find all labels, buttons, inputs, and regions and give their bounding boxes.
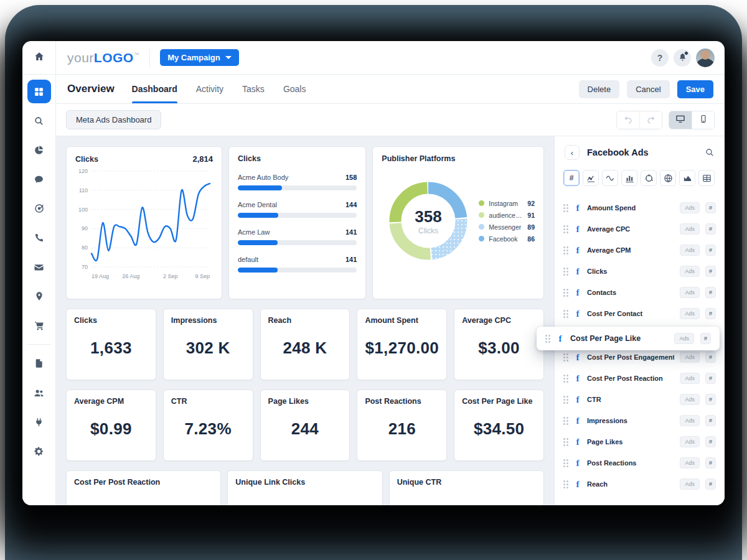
number-badge[interactable]: #: [700, 333, 711, 344]
drag-handle-icon[interactable]: [563, 480, 568, 488]
tab-tasks[interactable]: Tasks: [242, 75, 265, 103]
widget-type-number-icon[interactable]: #: [563, 170, 580, 186]
metric-row-cost-per-contact[interactable]: f Cost Per Contact Ads #: [555, 303, 725, 324]
ads-badge[interactable]: Ads: [674, 333, 694, 344]
metric-row-ctr[interactable]: f CTR Ads #: [555, 389, 725, 410]
ads-badge[interactable]: Ads: [680, 373, 700, 384]
drag-handle-icon[interactable]: [563, 353, 568, 362]
drag-handle-icon[interactable]: [563, 438, 568, 446]
tab-activity[interactable]: Activity: [196, 75, 223, 103]
number-badge[interactable]: #: [705, 287, 716, 298]
drag-handle-icon[interactable]: [545, 335, 550, 343]
number-badge[interactable]: #: [705, 394, 716, 405]
sidebar-item-chat[interactable]: [27, 167, 51, 191]
redo-button[interactable]: [639, 111, 662, 129]
sidebar-item-integrations[interactable]: [27, 410, 51, 434]
line-chart-card[interactable]: Clicks 2,814 70809010011012019 Aug26 Aug…: [66, 146, 222, 299]
sidebar-item-contacts[interactable]: [27, 381, 51, 404]
dashboard-name-chip[interactable]: Meta Ads Dashboard: [66, 110, 161, 129]
drag-handle-icon[interactable]: [563, 268, 568, 276]
sidebar-item-settings[interactable]: [27, 439, 51, 463]
tab-goals[interactable]: Goals: [283, 75, 306, 103]
delete-button[interactable]: Delete: [579, 80, 620, 98]
sidebar-item-locations[interactable]: [27, 284, 51, 308]
ads-badge[interactable]: Ads: [680, 287, 700, 298]
dragging-metric-card[interactable]: f Cost Per Page Like Ads #: [537, 327, 720, 350]
number-badge[interactable]: #: [705, 415, 716, 426]
kpi-card[interactable]: Average CPC $3.00: [454, 309, 544, 380]
number-badge[interactable]: #: [705, 266, 716, 277]
kpi-card[interactable]: Post Reactions 216: [357, 390, 447, 461]
ads-badge[interactable]: Ads: [680, 202, 700, 213]
kpi-card[interactable]: Cost Per Page Like $34.50: [454, 390, 544, 461]
metric-row-average-cpc[interactable]: f Average CPC Ads #: [555, 218, 725, 240]
widget-type-donut-chart-icon[interactable]: [641, 170, 657, 186]
metric-row-clicks[interactable]: f Clicks Ads #: [555, 261, 725, 282]
metric-row-cost-per-post-reaction[interactable]: f Cost Per Post Reaction Ads #: [555, 368, 725, 389]
user-avatar[interactable]: [696, 49, 715, 67]
widget-type-line-chart-icon[interactable]: [583, 170, 599, 186]
drag-handle-icon[interactable]: [563, 204, 568, 212]
panel-search-button[interactable]: [705, 147, 715, 157]
sidebar-item-search[interactable]: [27, 109, 51, 133]
kpi-card[interactable]: Reach 248 K: [260, 309, 350, 380]
help-button[interactable]: ?: [651, 49, 669, 67]
kpi-card[interactable]: Amount Spent $1,270.00: [357, 309, 447, 380]
number-badge[interactable]: #: [705, 436, 716, 447]
number-badge[interactable]: #: [705, 223, 716, 235]
kpi-card[interactable]: CTR 7.23%: [163, 390, 253, 461]
sidebar-item-commerce[interactable]: [27, 314, 51, 337]
widget-type-area-chart-icon[interactable]: [679, 170, 695, 186]
campaign-dropdown[interactable]: My Campaign: [160, 49, 239, 66]
number-badge[interactable]: #: [705, 202, 716, 213]
ads-badge[interactable]: Ads: [680, 457, 700, 469]
sidebar-item-email[interactable]: [27, 255, 51, 279]
donut-chart-card[interactable]: Publisher Platforms 358Clicks Instagram …: [372, 146, 544, 299]
kpi-card[interactable]: Page Likes 244: [260, 390, 350, 461]
sidebar-item-analytics[interactable]: [27, 138, 51, 162]
drag-handle-icon[interactable]: [563, 459, 568, 467]
metric-row-page-likes[interactable]: f Page Likes Ads #: [555, 431, 725, 452]
widget-type-spark-wave-icon[interactable]: [602, 170, 618, 186]
cancel-button[interactable]: Cancel: [627, 80, 669, 98]
notifications-button[interactable]: [674, 49, 691, 67]
save-button[interactable]: Save: [677, 80, 713, 98]
number-badge[interactable]: #: [705, 457, 716, 469]
home-button[interactable]: [22, 41, 56, 74]
metric-row-impressions[interactable]: f Impressions Ads #: [555, 410, 725, 431]
sidebar-item-documents[interactable]: [27, 352, 51, 375]
drag-handle-icon[interactable]: [563, 225, 568, 233]
metric-row-post-reactions[interactable]: f Post Reactions Ads #: [555, 452, 725, 474]
number-badge[interactable]: #: [705, 308, 716, 319]
bar-chart-card[interactable]: Clicks Acme Auto Body158 Acme Dental144 …: [228, 146, 366, 299]
sidebar-item-tracking[interactable]: [27, 197, 51, 220]
ads-badge[interactable]: Ads: [680, 223, 700, 235]
kpi-card[interactable]: Cost Per Post Reaction: [66, 470, 221, 505]
panel-back-button[interactable]: ‹: [565, 145, 580, 160]
number-badge[interactable]: #: [705, 245, 716, 256]
widget-type-table-icon[interactable]: [698, 170, 715, 186]
drag-handle-icon[interactable]: [563, 396, 568, 404]
metric-row-amount-spend[interactable]: f Amount Spend Ads #: [555, 197, 725, 218]
metric-row-average-cpm[interactable]: f Average CPM Ads #: [555, 240, 725, 261]
drag-handle-icon[interactable]: [563, 246, 568, 254]
ads-badge[interactable]: Ads: [680, 394, 700, 405]
metric-row-reach[interactable]: f Reach Ads #: [555, 474, 725, 495]
kpi-card[interactable]: Average CPM $0.99: [66, 390, 156, 461]
undo-button[interactable]: [617, 111, 639, 129]
kpi-card[interactable]: Unique CTR: [389, 470, 544, 505]
drag-handle-icon[interactable]: [563, 417, 568, 425]
kpi-card[interactable]: Clicks 1,633: [66, 309, 156, 380]
widget-type-globe-icon[interactable]: [660, 170, 676, 186]
ads-badge[interactable]: Ads: [680, 436, 700, 447]
mobile-view-button[interactable]: [692, 111, 714, 129]
desktop-view-button[interactable]: [669, 111, 692, 129]
ads-badge[interactable]: Ads: [680, 308, 700, 319]
drag-handle-icon[interactable]: [563, 310, 568, 318]
ads-badge[interactable]: Ads: [680, 478, 700, 490]
number-badge[interactable]: #: [705, 478, 716, 490]
ads-badge[interactable]: Ads: [680, 245, 700, 256]
kpi-card[interactable]: Impressions 302 K: [163, 309, 253, 380]
number-badge[interactable]: #: [705, 352, 716, 363]
kpi-card[interactable]: Unique Link Clicks: [227, 470, 382, 505]
